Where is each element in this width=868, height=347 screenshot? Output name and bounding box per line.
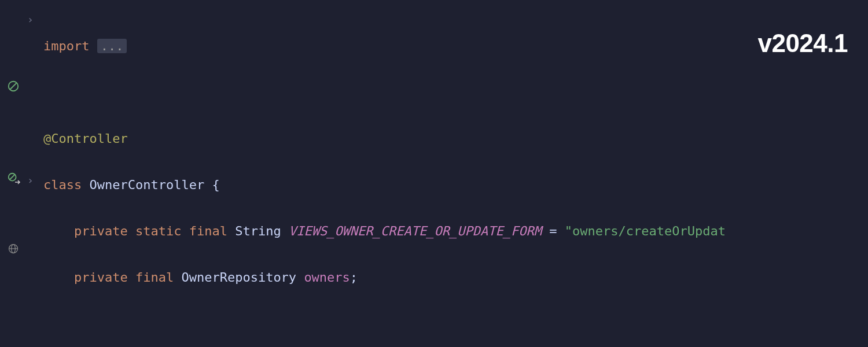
class-name: OwnerController — [89, 178, 204, 192]
code-line[interactable]: private final OwnerRepository owners; — [43, 266, 868, 289]
code-line[interactable] — [43, 81, 868, 104]
string-literal: "owners/createOrUpdat — [565, 224, 726, 238]
code-line[interactable]: import ... — [43, 35, 868, 58]
constant: VIEWS_OWNER_CREATE_OR_UPDATE_FORM — [289, 224, 542, 238]
prohibit-arrow-icon[interactable] — [7, 172, 20, 184]
code-line[interactable]: private static final String VIEWS_OWNER_… — [43, 220, 868, 243]
code-line[interactable]: class OwnerController { — [43, 174, 868, 197]
code-editor[interactable]: import ... @Controller class OwnerContro… — [43, 0, 868, 347]
brace: { — [212, 178, 219, 192]
keyword: static — [135, 224, 181, 238]
version-badge: v2024.1 — [757, 20, 848, 67]
keyword: final — [135, 270, 174, 285]
keyword: private — [74, 270, 128, 285]
chevron-right-icon[interactable]: › — [27, 171, 34, 190]
globe-icon[interactable] — [7, 242, 20, 255]
folded-region[interactable]: ... — [97, 39, 127, 53]
code-line[interactable] — [43, 312, 868, 335]
editor-gutter[interactable]: › › — [0, 0, 41, 347]
keyword-import: import — [43, 39, 89, 53]
keyword-class: class — [43, 178, 82, 192]
chevron-right-icon[interactable]: › — [27, 10, 34, 29]
svg-line-3 — [10, 175, 15, 180]
keyword: final — [189, 224, 227, 238]
type: OwnerRepository — [181, 270, 296, 285]
svg-line-1 — [10, 83, 17, 90]
annotation: @Controller — [43, 131, 128, 146]
prohibit-icon[interactable] — [7, 80, 20, 93]
type: String — [235, 224, 281, 238]
field: owners — [304, 270, 350, 285]
keyword: private — [74, 224, 128, 238]
code-line[interactable]: @Controller — [43, 127, 868, 150]
